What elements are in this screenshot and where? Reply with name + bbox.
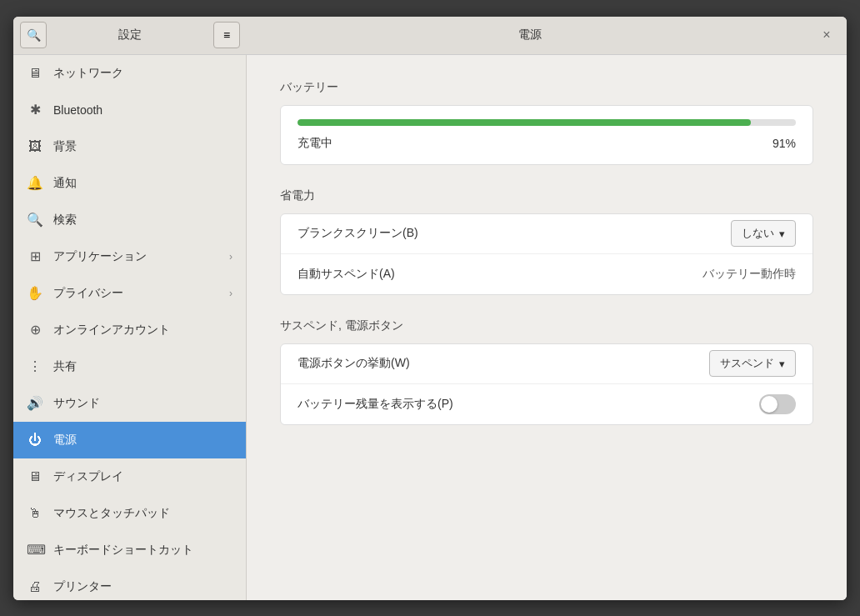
sidebar-label-printer: プリンター [53,579,232,594]
power-saving-title: 省電力 [280,188,813,203]
suspend-power-card: 電源ボタンの挙動(W) サスペンド ▾ バッテリー残量を表示する(P) [280,343,813,425]
main-content: バッテリー 充電中 91% 省電力 ブランクスクリーン(B) [247,55,847,600]
menu-button[interactable]: ≡ [213,22,240,48]
suspend-power-title: サスペンド, 電源ボタン [280,318,813,333]
battery-card: 充電中 91% [280,105,813,165]
search-button[interactable]: 🔍 [20,22,47,48]
sharing-icon: ⋮ [27,358,43,374]
battery-section: バッテリー 充電中 91% [280,80,813,165]
suspend-power-section: サスペンド, 電源ボタン 電源ボタンの挙動(W) サスペンド ▾ バッテリー残量… [280,318,813,425]
printer-icon: 🖨 [27,579,43,594]
sidebar-item-notifications[interactable]: 🔔 通知 [13,165,246,202]
page-title: 電源 [247,28,813,43]
privacy-arrow-icon: › [229,288,232,299]
close-button[interactable]: × [813,22,840,48]
sidebar-label-keyboard-shortcuts: キーボードショートカット [53,543,232,558]
sidebar-item-applications[interactable]: ⊞ アプリケーション › [13,238,246,275]
sidebar-label-sharing: 共有 [53,359,232,374]
mouse-touchpad-icon: 🖱 [27,506,43,521]
power-button-value: サスペンド [720,356,774,371]
sidebar-label-applications: アプリケーション [53,249,219,264]
search-icon: 🔍 [27,28,41,42]
applications-arrow-icon: › [229,251,232,263]
network-icon: 🖥 [27,66,43,81]
power-button-dropdown[interactable]: サスペンド ▾ [709,350,796,377]
battery-bar-fill [298,119,751,126]
auto-suspend-row: 自動サスペンド(A) バッテリー動作時 [281,254,812,294]
sidebar-item-keyboard-shortcuts[interactable]: ⌨ キーボードショートカット [13,532,246,568]
keyboard-shortcuts-icon: ⌨ [27,542,43,558]
power-button-dropdown-arrow-icon: ▾ [779,358,785,370]
toggle-knob [761,396,778,413]
sidebar-label-notifications: 通知 [53,176,232,191]
battery-status-label: 充電中 [298,136,332,151]
battery-bar-container [298,119,796,126]
content-area: 🖥 ネットワーク ✱ Bluetooth 🖼 背景 🔔 通知 🔍 検索 ⊞ [13,55,847,600]
auto-suspend-value: バッテリー動作時 [702,267,796,282]
sidebar: 🖥 ネットワーク ✱ Bluetooth 🖼 背景 🔔 通知 🔍 検索 ⊞ [13,55,247,600]
power-button-label: 電源ボタンの挙動(W) [298,356,709,371]
background-icon: 🖼 [27,139,43,154]
sidebar-label-network: ネットワーク [53,66,232,81]
auto-suspend-label: 自動サスペンド(A) [298,267,702,282]
sidebar-item-bluetooth[interactable]: ✱ Bluetooth [13,92,246,128]
power-saving-section: 省電力 ブランクスクリーン(B) しない ▾ 自動サスペンド(A) バッテリー動… [280,188,813,295]
sidebar-label-bluetooth: Bluetooth [53,103,232,117]
sidebar-item-sound[interactable]: 🔊 サウンド [13,385,246,422]
power-button-row: 電源ボタンの挙動(W) サスペンド ▾ [281,344,812,384]
blank-screen-value: しない [742,226,774,241]
sidebar-item-sharing[interactable]: ⋮ 共有 [13,348,246,385]
settings-window: 🔍 設定 ≡ 電源 × 🖥 ネットワーク ✱ Bluetooth 🖼 背景 [13,17,847,600]
notifications-icon: 🔔 [27,175,43,191]
sidebar-item-search[interactable]: 🔍 検索 [13,202,246,238]
battery-percent-label: 91% [772,137,796,150]
titlebar: 🔍 設定 ≡ 電源 × [13,17,847,55]
display-icon: 🖥 [27,469,43,484]
sound-icon: 🔊 [27,395,43,411]
blank-screen-dropdown-arrow-icon: ▾ [779,228,785,240]
power-icon: ⏻ [27,433,43,448]
blank-screen-row: ブランクスクリーン(B) しない ▾ [281,214,812,254]
sidebar-item-privacy[interactable]: ✋ プライバシー › [13,275,246,312]
battery-status-row: 充電中 91% [298,136,796,151]
sidebar-item-online-accounts[interactable]: ⊕ オンラインアカウント [13,312,246,348]
power-saving-card: ブランクスクリーン(B) しない ▾ 自動サスペンド(A) バッテリー動作時 [280,213,813,295]
battery-section-title: バッテリー [280,80,813,95]
blank-screen-label: ブランクスクリーン(B) [298,226,731,241]
menu-icon: ≡ [223,28,230,42]
show-battery-toggle[interactable] [759,394,796,414]
online-accounts-icon: ⊕ [27,322,43,338]
titlebar-left: 🔍 設定 ≡ [13,22,247,48]
sidebar-label-display: ディスプレイ [53,469,232,484]
sidebar-item-power[interactable]: ⏻ 電源 [13,422,246,458]
sidebar-label-sound: サウンド [53,396,232,411]
sidebar-label-online-accounts: オンラインアカウント [53,323,232,338]
sidebar-item-printer[interactable]: 🖨 プリンター [13,568,246,600]
applications-icon: ⊞ [27,248,43,264]
sidebar-item-mouse-touchpad[interactable]: 🖱 マウスとタッチパッド [13,495,246,532]
sidebar-item-background[interactable]: 🖼 背景 [13,128,246,165]
blank-screen-dropdown[interactable]: しない ▾ [731,220,796,247]
sidebar-label-mouse-touchpad: マウスとタッチパッド [53,506,232,521]
show-battery-label: バッテリー残量を表示する(P) [298,397,759,412]
settings-title: 設定 [50,28,210,43]
sidebar-item-display[interactable]: 🖥 ディスプレイ [13,458,246,495]
sidebar-label-background: 背景 [53,139,232,154]
sidebar-label-privacy: プライバシー [53,286,219,301]
sidebar-label-power: 電源 [53,433,232,448]
privacy-icon: ✋ [27,285,43,301]
sidebar-label-search: 検索 [53,213,232,228]
search-sidebar-icon: 🔍 [27,212,43,228]
bluetooth-icon: ✱ [27,102,43,118]
sidebar-item-network[interactable]: 🖥 ネットワーク [13,55,246,92]
show-battery-row: バッテリー残量を表示する(P) [281,384,812,424]
